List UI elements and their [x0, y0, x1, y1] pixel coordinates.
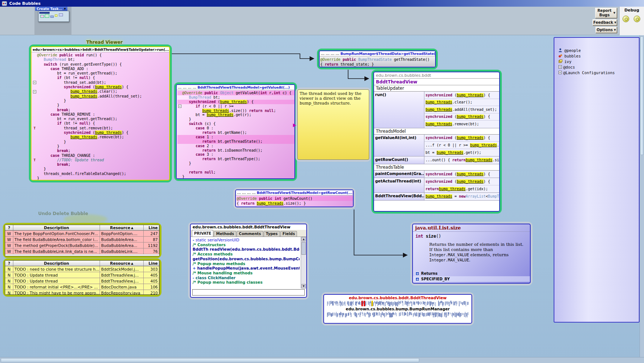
undo-delete-bubble-label[interactable]: Undo Delete Bubble [38, 211, 88, 216]
sidebar-item-people[interactable]: @people [554, 47, 639, 53]
column-header[interactable]: Resource▲ [100, 261, 144, 266]
sidebar-item-ivy[interactable]: ivy [554, 59, 639, 64]
column-header[interactable]: Description [13, 225, 100, 231]
panel-member-name[interactable]: getValueAt(int,int) [374, 135, 424, 156]
browser-item[interactable]: BddtTh readView(edu.brown.cs.bubbles.bdd… [193, 247, 300, 252]
bubble-title-bar[interactable]: ... ... ... ... BumpRunManager$ThreadDat… [320, 51, 435, 56]
get-value-at-method-bubble[interactable]: ... ... ... ... BddtThreadView$ThreadsMo… [176, 84, 295, 179]
panel-code-snippet[interactable]: synchronized (bump_threads) { [424, 113, 499, 121]
column-header[interactable]: ? [5, 261, 13, 266]
panel-member-row[interactable]: BddtThreadView(Bdd...bump_threads = new … [374, 193, 499, 201]
sticky-note-bubble[interactable]: The thread model used by the viewer is a… [297, 89, 369, 160]
panel-member-row[interactable]: getValueAt(int,int)synchronized (bump_th… [374, 135, 499, 157]
panel-code-snippet[interactable]: synchronized (bump_threads) { [424, 178, 499, 185]
panel-member-row[interactable]: paintComponent(Gra...synchronized (bump_… [374, 171, 499, 178]
fold-toggle-icon[interactable]: − [33, 90, 36, 93]
file-minimap-strip[interactable] [326, 312, 469, 317]
horizontal-scrollbar[interactable] [0, 357, 644, 363]
scroll-up-icon[interactable]: ▲ [301, 237, 306, 241]
panel-member-row[interactable]: run()synchronized (bump_threads) {bump_t… [374, 92, 499, 128]
table-row[interactable]: NTODO : This might have to be more appro… [5, 290, 159, 295]
fold-toggle-icon[interactable]: − [33, 81, 36, 84]
tab-methods[interactable]: Methods [214, 231, 236, 237]
plus-expander-icon[interactable]: + [416, 277, 419, 281]
table-row[interactable]: WThe field BudaBubbleArea.bottom_color i… [5, 237, 159, 242]
code-editor[interactable]: @Override public int getRowCount(){ retu… [236, 195, 353, 207]
workspace-overview-map[interactable] [38, 11, 69, 22]
panel-code-snippet[interactable]: bt = bump_threads.get(r); [424, 149, 499, 156]
bubble-title-bar[interactable]: edu>brown>cs>bubbles>bddt>BddtThreadView… [31, 47, 169, 52]
table-row[interactable]: NTODO : Update threadBddtThreadView.j...… [5, 278, 159, 284]
panel-code-snippet[interactable]: synchronized (bump_threads) { [424, 135, 499, 142]
panel-code-snippet[interactable]: bump_threads.remove(bt); [424, 121, 499, 128]
column-header[interactable]: Line [144, 225, 159, 231]
panel-code-snippet[interactable]: bump_threads.clear(); [424, 99, 499, 106]
sidebar-item-bubbles[interactable]: bubbles [554, 53, 639, 59]
panel-member-name[interactable]: BddtThreadView(Bdd... [374, 193, 424, 200]
panel-code-snippet[interactable]: ...ount() { return bump_threads.siz [424, 156, 499, 164]
options-button[interactable]: Options ▼ [595, 27, 617, 33]
scrollbar-thumb[interactable] [301, 242, 306, 255]
tab-private[interactable]: PRIVATE [192, 230, 213, 237]
debug-button-right[interactable] [634, 16, 640, 22]
package-overview-bubble[interactable]: edu.brown.cs.bubbles.bddt BddtThreadView… [373, 72, 500, 212]
panel-member-name[interactable]: getActualThread(int) [374, 178, 424, 192]
javadoc-expander-specified_by[interactable]: +SPECIFIED_BY [413, 276, 530, 282]
javadoc-title[interactable]: java.util.List.size [413, 224, 530, 232]
expander-icon[interactable]: - [193, 275, 196, 280]
table-row[interactable]: NTODO : Update threadBddtThreadView.j...… [5, 272, 159, 278]
column-header[interactable]: ? [5, 225, 13, 231]
panel-code-snippet[interactable]: return bump_threads.get(idx); [424, 185, 499, 193]
get-row-count-method-bubble[interactable]: ... ... ... ... BddtThreadView$ThreadsMo… [235, 189, 354, 207]
tab-fields[interactable]: Fields [280, 231, 297, 237]
code-editor[interactable]: @Override public void run() { BumpThread… [31, 52, 169, 180]
table-row[interactable]: WThe field BudaBubbleLink.link_data is n… [5, 248, 159, 254]
column-header[interactable]: Resource▲ [100, 225, 144, 231]
panel-code-snippet[interactable]: synchronized (bump_threads) { [424, 92, 499, 99]
get-thread-state-method-bubble[interactable]: ... ... ... ... BumpRunManager$ThreadDat… [319, 50, 436, 67]
sidebar-item-launch-configurations[interactable]: +@Launch Configurations [554, 70, 639, 75]
scrollbar-thumb[interactable] [1, 358, 419, 362]
bubble-title-bar[interactable]: ... ... ... ... BddtThreadView$ThreadsMo… [177, 85, 294, 90]
scroll-down-icon[interactable]: ▼ [301, 284, 306, 288]
class-name-header[interactable]: BddtThreadView [374, 79, 499, 85]
browser-item[interactable]: - static serialVersionUID [193, 238, 300, 242]
scrollbar-vertical[interactable]: ▲ ▼ [301, 237, 306, 288]
file-minimap-strip[interactable] [326, 301, 469, 306]
bubble-title-bar[interactable]: ... ... ... ... BddtThreadView$ThreadsMo… [236, 190, 353, 195]
browser-item[interactable]: /* Constructors [193, 242, 300, 247]
sidebar-item-docs[interactable]: +@docs [554, 64, 639, 70]
table-row[interactable]: WThe type BoppFontOption.FontChooser.Pr.… [5, 231, 159, 237]
report-bugs-button[interactable]: Report Bugs ▼ [595, 8, 617, 18]
browser-item[interactable]: /* Mouse handling methods [193, 271, 300, 275]
tab-comments[interactable]: Comments [237, 231, 263, 237]
browser-item[interactable]: + handlePopupMenu(java.awt.event.MouseEv… [193, 266, 300, 271]
panel-code-snippet[interactable]: synchronized (bump_threads) { [424, 171, 499, 178]
code-editor[interactable]: @Override public BumpThreadState getThre… [320, 56, 435, 67]
panel-member-name[interactable]: paintComponent(Gra... [374, 171, 424, 178]
panel-code-snippet[interactable]: bump_threads.addAll(thread_set); [424, 106, 499, 113]
panel-code-snippet[interactable]: ...f (r < 0 || r >= bump_threads.si [424, 142, 499, 149]
run-method-bubble[interactable]: edu>brown>cs>bubbles>bddt>BddtThreadView… [31, 46, 170, 181]
debug-button-left[interactable] [623, 16, 629, 22]
table-row[interactable]: NTODO : need to clone the tree structure… [5, 266, 159, 272]
vertical-scrollbar[interactable] [640, 35, 644, 357]
panel-member-row[interactable]: getRowCount()...ount() { return bump_thr… [374, 156, 499, 164]
panel-code-snippet[interactable]: bump_threads = new ArrayList<BumpThr [424, 193, 499, 200]
todo-task-table[interactable]: ?DescriptionResource▲LineNTODO : need to… [5, 260, 160, 295]
browser-item[interactable]: /* Popup menu methods [193, 261, 300, 266]
fold-toggle-icon[interactable]: − [178, 105, 181, 108]
working-set-label[interactable]: Thread Viewer [86, 40, 123, 45]
file-minimap-bubble[interactable]: edu.brown.cs.bubbles.bddt.BddtThreadView… [323, 294, 472, 324]
table-row[interactable]: WThe method getProperDock(BudaBubble)...… [5, 242, 159, 248]
feedback-button[interactable]: Feedback ▼ [593, 19, 617, 26]
browser-item[interactable]: /* Access methods [193, 252, 300, 257]
class-browser-bubble[interactable]: edu.brown.cs.bubbles.bddt.BddtThreadView… [190, 224, 307, 298]
javadoc-expander-returns[interactable]: +Returns [413, 271, 530, 276]
scrollbar-thumb[interactable] [640, 36, 644, 155]
table-row[interactable]: NTODO : reformat initial <PRE>...</PRE> … [5, 284, 159, 290]
panel-section-header[interactable]: ThreadsModel [374, 128, 499, 135]
plus-expander-icon[interactable]: + [558, 65, 562, 69]
column-header[interactable]: Line [144, 261, 159, 266]
browser-item[interactable]: getPosition(edu.brown.cs.bubbles.bump.Bu… [193, 257, 300, 261]
